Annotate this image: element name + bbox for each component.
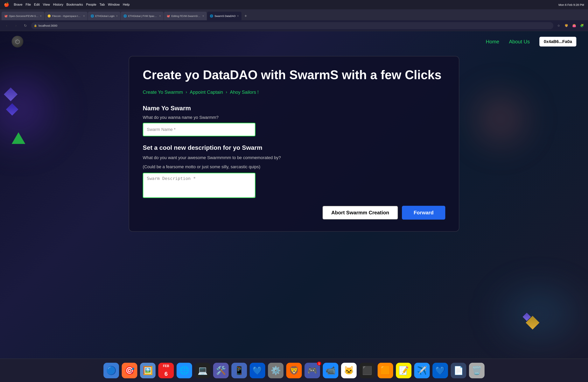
dock-zoom-icon: 📹: [326, 366, 336, 375]
tab-2[interactable]: 🪙 Filecoin - Hyperspace testnet R... ×: [45, 12, 87, 20]
dock-sublime[interactable]: 🟧: [378, 363, 393, 378]
dock-doc-preview[interactable]: 📄: [451, 363, 466, 378]
dock-vscode[interactable]: 💙: [250, 363, 265, 378]
dock-obs[interactable]: ⬛: [359, 363, 375, 378]
back-button[interactable]: ‹: [3, 22, 10, 29]
reload-button[interactable]: ↻: [22, 22, 29, 29]
tab-6-close[interactable]: ×: [237, 14, 239, 18]
dock-terminal-icon: 💻: [198, 366, 208, 375]
dock-discord-icon: 🎮: [307, 366, 317, 375]
breadcrumb-step1[interactable]: Create Yo Swarmm: [143, 89, 183, 95]
dock-xcode[interactable]: 🛠️: [213, 363, 229, 378]
lock-icon: 🔒: [34, 24, 37, 27]
app-logo[interactable]: ⬡: [12, 36, 23, 47]
menubar-window[interactable]: Window: [108, 3, 120, 7]
main-container: Create yo DataDAO with SwarmS with a few…: [0, 52, 588, 382]
dock-chrome-icon: 🌐: [179, 366, 189, 375]
breadcrumb-step2[interactable]: Appoint Captain: [190, 89, 223, 95]
forward-button[interactable]: ›: [12, 22, 20, 29]
new-tab-button[interactable]: +: [242, 12, 250, 20]
section2-title: Set a cool new description for yo Swarm: [143, 144, 445, 151]
dock-finder-icon: 🔵: [106, 366, 116, 375]
wallet-icon[interactable]: 👛: [571, 23, 577, 29]
app-header: ⬡ Home About Us 0x4aB6...Fa0a: [0, 31, 588, 52]
dock-notes[interactable]: 📝: [396, 363, 411, 378]
nav-about[interactable]: About Us: [509, 39, 530, 45]
menubar-help[interactable]: Help: [123, 3, 129, 7]
nav-home[interactable]: Home: [486, 39, 499, 45]
tab-4[interactable]: 🌐 ETHGlobal | FVM Space Warp ×: [121, 12, 164, 20]
dock-telegram[interactable]: ✈️: [414, 363, 430, 378]
menubar-edit[interactable]: Edit: [34, 3, 40, 7]
apple-menu[interactable]: 🍎: [4, 2, 9, 7]
tab-1-close[interactable]: ×: [40, 14, 42, 18]
breadcrumb-step3[interactable]: Ahoy Sailors !: [230, 89, 259, 95]
dock-finder[interactable]: 🔵: [104, 363, 119, 378]
dock-github[interactable]: 🐱: [341, 363, 357, 378]
tab-3-label: ETHGlobal Login: [95, 15, 115, 18]
brave-shields-icon[interactable]: 🦁: [564, 23, 569, 29]
url-display: localhost:3000: [39, 24, 57, 27]
dock-chrome[interactable]: 🌐: [177, 363, 192, 378]
tab-2-close[interactable]: ×: [83, 14, 85, 18]
dock-zoom[interactable]: 📹: [323, 363, 338, 378]
tab-5-label: Editing FEVM-SwarmS/README...: [171, 15, 201, 18]
dock-photos[interactable]: 🖼️: [140, 363, 156, 378]
section2-label-2: (Could be a fearsome motto or just some …: [143, 164, 445, 170]
menubar-bookmarks[interactable]: Bookmarks: [66, 3, 83, 7]
section2-label-1: What do you want your awesome Swarmmmm t…: [143, 154, 445, 161]
tab-1[interactable]: 🐙 Open-Sorcerer/FEVM-SwarmS ×: [1, 12, 44, 20]
tab-6[interactable]: 🌐 SwarmS DataDAO ×: [207, 12, 242, 20]
dock-vscode2-icon: 💙: [435, 366, 445, 375]
dock-discord[interactable]: 🎮 1: [304, 363, 320, 378]
menubar-tab[interactable]: Tab: [100, 3, 105, 7]
nav-icons: ☆ 🦁 👛 🧩: [556, 23, 585, 29]
tab-3-close[interactable]: ×: [116, 14, 118, 18]
dock-obs-icon: ⬛: [362, 366, 372, 375]
menubar-history[interactable]: History: [53, 3, 63, 7]
page-title: Create yo DataDAO with SwarmS with a few…: [143, 68, 445, 82]
wallet-button[interactable]: 0x4aB6...Fa0a: [539, 37, 576, 46]
tab-5-favicon: 🐙: [167, 14, 170, 18]
dock-launchpad[interactable]: 🎯: [122, 363, 137, 378]
button-row: Abort Swarmm Creation Forward: [143, 206, 445, 220]
tab-4-close[interactable]: ×: [159, 14, 161, 18]
dock-doc-preview-icon: 📄: [453, 366, 463, 375]
dock-appstore[interactable]: 📱: [231, 363, 247, 378]
swarm-name-section: Name Yo Swarm What do you wanna name yo …: [143, 105, 445, 136]
logo-icon: ⬡: [15, 39, 20, 45]
dock-vscode2[interactable]: 💙: [432, 363, 448, 378]
dock-photos-icon: 🖼️: [143, 366, 153, 375]
dock: 🔵 🎯 🖼️ FEB 6 🌐 💻 🛠️ 📱 💙 ⚙️ 🦁 🎮 1 📹 🐱 ⬛: [0, 359, 588, 382]
dock-brave[interactable]: 🦁: [286, 363, 302, 378]
swarm-name-input[interactable]: [143, 123, 255, 136]
menubar-people[interactable]: People: [86, 3, 96, 7]
section1-title: Name Yo Swarm: [143, 105, 445, 112]
dock-trash[interactable]: 🗑️: [469, 363, 484, 378]
address-bar[interactable]: 🔒 localhost:3000: [31, 22, 553, 29]
nav-bar: ‹ › ↻ 🔒 localhost:3000 ☆ 🦁 👛 🧩: [0, 20, 588, 31]
menubar-brave[interactable]: Brave: [14, 3, 22, 7]
swarm-description-textarea[interactable]: [143, 173, 255, 198]
tab-3[interactable]: 🌐 ETHGlobal Login ×: [88, 12, 120, 20]
tab-5-close[interactable]: ×: [202, 14, 204, 18]
menubar-view[interactable]: View: [43, 3, 50, 7]
bookmark-icon[interactable]: ☆: [556, 23, 562, 29]
tab-5[interactable]: 🐙 Editing FEVM-SwarmS/README... ×: [164, 12, 207, 20]
tab-4-favicon: 🌐: [124, 14, 126, 18]
dock-settings[interactable]: ⚙️: [268, 363, 284, 378]
dock-trash-icon: 🗑️: [472, 366, 482, 375]
forward-button[interactable]: Forward: [402, 206, 445, 220]
dock-calendar[interactable]: FEB 6: [158, 363, 174, 378]
swarm-description-section: Set a cool new description for yo Swarm …: [143, 144, 445, 198]
browser-window: 🐙 Open-Sorcerer/FEVM-SwarmS × 🪙 Filecoin…: [0, 9, 588, 382]
dock-launchpad-icon: 🎯: [125, 366, 135, 375]
dock-sublime-icon: 🟧: [380, 366, 390, 375]
tab-bar: 🐙 Open-Sorcerer/FEVM-SwarmS × 🪙 Filecoin…: [0, 9, 588, 20]
extensions-icon[interactable]: 🧩: [579, 23, 585, 29]
dock-vscode-icon: 💙: [252, 366, 262, 375]
tab-6-favicon: 🌐: [210, 14, 213, 18]
dock-terminal[interactable]: 💻: [195, 363, 210, 378]
menubar-file[interactable]: File: [25, 3, 31, 7]
abort-button[interactable]: Abort Swarmm Creation: [322, 206, 398, 220]
